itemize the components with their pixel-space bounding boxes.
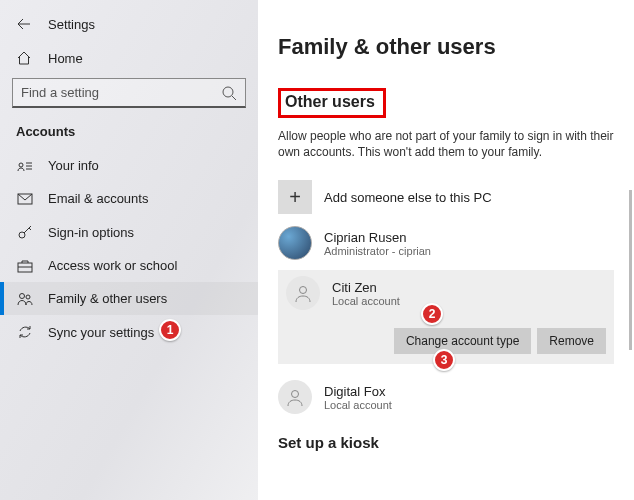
user-name: Digital Fox: [324, 384, 392, 399]
user-row[interactable]: Ciprian Rusen Administrator - ciprian: [278, 220, 614, 266]
remove-button[interactable]: Remove: [537, 328, 606, 354]
user-name: Citi Zen: [332, 280, 400, 295]
highlight-box: Other users: [278, 88, 386, 118]
add-user-label: Add someone else to this PC: [324, 190, 492, 205]
main-panel: Family & other users Other users Allow p…: [258, 0, 634, 500]
search-icon: [221, 85, 237, 101]
nav-email-accounts[interactable]: Email & accounts: [0, 182, 258, 215]
sync-icon: [16, 324, 34, 340]
annotation-badge-3: 3: [433, 349, 455, 371]
nav-label: Access work or school: [48, 258, 177, 273]
change-account-type-button[interactable]: Change account type: [394, 328, 531, 354]
nav-your-info[interactable]: Your info: [0, 149, 258, 182]
section-label: Accounts: [0, 120, 258, 149]
svg-point-18: [26, 295, 30, 299]
briefcase-icon: [16, 259, 34, 273]
nav-label: Email & accounts: [48, 191, 148, 206]
user-row[interactable]: Citi Zen Local account: [286, 276, 606, 310]
plus-icon: +: [278, 180, 312, 214]
svg-line-14: [29, 228, 31, 230]
avatar-placeholder-icon: [278, 380, 312, 414]
user-row[interactable]: Digital Fox Local account: [278, 374, 614, 420]
settings-title: Settings: [48, 17, 95, 32]
key-icon: [16, 224, 34, 240]
search-box[interactable]: [12, 78, 246, 108]
svg-point-19: [300, 287, 307, 294]
nav-label: Your info: [48, 158, 99, 173]
other-users-heading: Other users: [285, 93, 375, 111]
nav-sync-settings[interactable]: Sync your settings: [0, 315, 258, 349]
annotation-badge-2: 2: [421, 303, 443, 325]
avatar-placeholder-icon: [286, 276, 320, 310]
nav-signin-options[interactable]: Sign-in options: [0, 215, 258, 249]
mail-icon: [16, 193, 34, 205]
add-user-row[interactable]: + Add someone else to this PC: [278, 174, 614, 220]
page-title: Family & other users: [278, 34, 614, 60]
nav-label: Sign-in options: [48, 225, 134, 240]
kiosk-heading: Set up a kiosk: [278, 434, 614, 451]
nav-family-other-users[interactable]: Family & other users: [0, 282, 258, 315]
back-button[interactable]: [12, 12, 36, 36]
sidebar: Settings Home Accounts Your info Email &…: [0, 0, 258, 500]
home-nav[interactable]: Home: [0, 44, 258, 74]
people-icon: [16, 292, 34, 306]
scrollbar[interactable]: [629, 190, 632, 350]
svg-point-7: [19, 163, 23, 167]
user-sub: Local account: [324, 399, 392, 411]
annotation-badge-1: 1: [159, 319, 181, 341]
nav-label: Family & other users: [48, 291, 167, 306]
svg-point-17: [20, 293, 25, 298]
svg-point-20: [292, 391, 299, 398]
user-name: Ciprian Rusen: [324, 230, 431, 245]
user-card-icon: [16, 160, 34, 172]
user-sub: Administrator - ciprian: [324, 245, 431, 257]
home-icon: [16, 50, 34, 66]
other-users-description: Allow people who are not part of your fa…: [278, 128, 614, 160]
nav-label: Sync your settings: [48, 325, 154, 340]
search-input[interactable]: [21, 85, 221, 100]
avatar-photo: [278, 226, 312, 260]
user-sub: Local account: [332, 295, 400, 307]
nav-work-school[interactable]: Access work or school: [0, 249, 258, 282]
svg-point-5: [223, 87, 233, 97]
home-label: Home: [48, 51, 83, 66]
svg-line-6: [232, 96, 236, 100]
